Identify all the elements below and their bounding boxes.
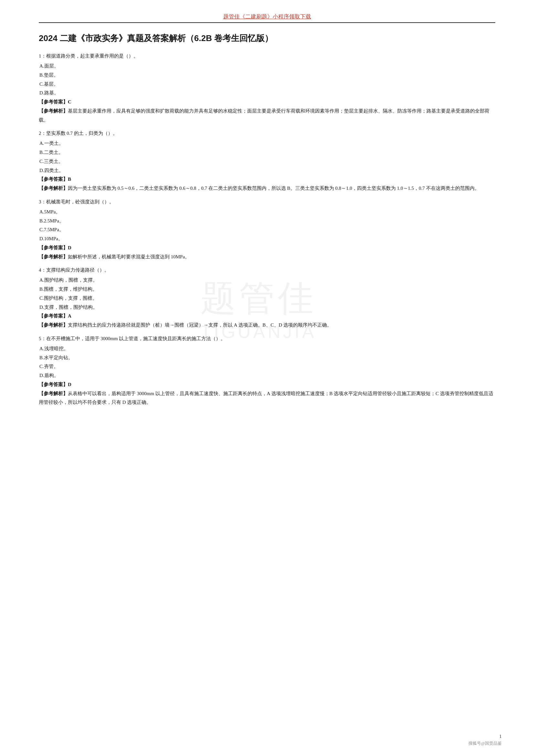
q4-stem: 4：支撑结构应力传递路径（）。	[39, 266, 495, 275]
q5-stem: 5：在不开槽施工中，适用于 3000mm 以上管道，施工速度快且距离长的施工方法…	[39, 334, 495, 343]
q5-analysis-label: 【参考解析】	[39, 391, 68, 396]
q2-opt-d: D.四类土。	[39, 166, 495, 175]
main-title: 2024 二建《市政实务》真题及答案解析（6.2B 卷考生回忆版）	[39, 32, 495, 45]
q2-analysis-text: 因为一类土坚实系数为 0.5～0.6，二类土坚实系数为 0.6～0.8，0.7 …	[68, 186, 479, 191]
q2-opt-c: C.三类土。	[39, 157, 495, 166]
page-wrapper: 题管佳《二建刷题》小程序领取下载 2024 二建《市政实务》真题及答案解析（6.…	[0, 0, 534, 756]
q3-analysis-text: 如解析中所述，机械凿毛时要求混凝土强度达到 10MPa。	[68, 254, 190, 259]
q4-opt-b: B.围檩，支撑，维护结构。	[39, 285, 495, 294]
question-3: 3：机械凿毛时，砼强度达到（）。 A.5MPa。 B.2.5MPa。 C.7.5…	[39, 198, 495, 261]
q1-opt-c: C.基层。	[39, 80, 495, 89]
q2-analysis: 【参考解析】因为一类土坚实系数为 0.5～0.6，二类土坚实系数为 0.6～0.…	[39, 184, 495, 193]
q3-opt-a: A.5MPa。	[39, 207, 495, 217]
q4-opt-c: C.围护结构，支撑，围檩。	[39, 294, 495, 303]
q2-analysis-label: 【参考解析】	[39, 186, 68, 191]
question-4: 4：支撑结构应力传递路径（）。 A.围护结构，围檩，支撑。 B.围檩，支撑，维护…	[39, 266, 495, 330]
q4-answer: 【参考答案】A	[39, 312, 495, 321]
q5-opt-a: A.浅埋暗挖。	[39, 344, 495, 353]
q3-opt-b: B.2.5MPa。	[39, 217, 495, 226]
header-title: 题管佳《二建刷题》小程序领取下载	[39, 13, 495, 20]
q5-opt-d: D.盾构。	[39, 371, 495, 380]
q1-stem: 1：根据道路分类，起主要承重作用的是（）。	[39, 52, 495, 61]
q1-analysis: 【参考解析】基层主要起承重作用，应具有足够的强度和扩散荷载的能力并具有足够的水稳…	[39, 107, 495, 125]
q4-analysis-text: 支撑结构挡土的应力传递路径就是围护（桩）墙→围檩（冠梁）→支撑，所以 A 选项正…	[68, 322, 332, 328]
q5-opt-b: B.水平定向钻。	[39, 353, 495, 363]
q1-analysis-label: 【参考解析】	[39, 108, 68, 114]
q5-analysis-text: 从表格中可以看出，盾构适用于 3000mm 以上管径，且具有施工速度快、施工距离…	[39, 391, 493, 405]
q3-opt-d: D.10MPa。	[39, 234, 495, 243]
q4-opt-d: D.支撑，围檩，围护结构。	[39, 303, 495, 312]
q3-opt-c: C.7.5MPa。	[39, 225, 495, 234]
q4-opt-a: A.围护结构，围檩，支撑。	[39, 276, 495, 285]
header-divider	[39, 22, 495, 23]
q5-opt-c: C.夯管。	[39, 362, 495, 371]
q1-analysis-text: 基层主要起承重作用，应具有足够的强度和扩散荷载的能力并具有足够的水稳定性；面层主…	[39, 108, 490, 122]
q1-opt-d: D.路基。	[39, 89, 495, 98]
page-number: 1	[499, 734, 502, 739]
question-5: 5：在不开槽施工中，适用于 3000mm 以上管道，施工速度快且距离长的施工方法…	[39, 334, 495, 407]
q2-stem: 2：坚实系数 0.7 的土，归类为（）。	[39, 129, 495, 138]
header-title-bar: 题管佳《二建刷题》小程序领取下载	[39, 13, 495, 23]
q3-analysis: 【参考解析】如解析中所述，机械凿毛时要求混凝土强度达到 10MPa。	[39, 253, 495, 261]
footer-source: 搜狐号@国货品鉴	[469, 741, 502, 746]
q3-analysis-label: 【参考解析】	[39, 254, 68, 259]
question-2: 2：坚实系数 0.7 的土，归类为（）。 A.一类土。 B.二类土。 C.三类土…	[39, 129, 495, 193]
q5-answer: 【参考答案】D	[39, 380, 495, 389]
q5-analysis: 【参考解析】从表格中可以看出，盾构适用于 3000mm 以上管径，且具有施工速度…	[39, 389, 495, 407]
q1-opt-b: B.垫层。	[39, 71, 495, 80]
question-1: 1：根据道路分类，起主要承重作用的是（）。 A.面层。 B.垫层。 C.基层。 …	[39, 52, 495, 124]
q4-analysis: 【参考解析】支撑结构挡土的应力传递路径就是围护（桩）墙→围檩（冠梁）→支撑，所以…	[39, 321, 495, 330]
q2-opt-b: B.二类土。	[39, 148, 495, 157]
q2-opt-a: A.一类土。	[39, 139, 495, 148]
page-footer: 1 搜狐号@国货品鉴	[469, 734, 502, 746]
q1-answer: 【参考答案】C	[39, 98, 495, 107]
q3-stem: 3：机械凿毛时，砼强度达到（）。	[39, 198, 495, 206]
q1-opt-a: A.面层。	[39, 62, 495, 71]
q4-analysis-label: 【参考解析】	[39, 322, 68, 328]
q2-answer: 【参考答案】B	[39, 175, 495, 184]
q3-answer: 【参考答案】D	[39, 243, 495, 253]
